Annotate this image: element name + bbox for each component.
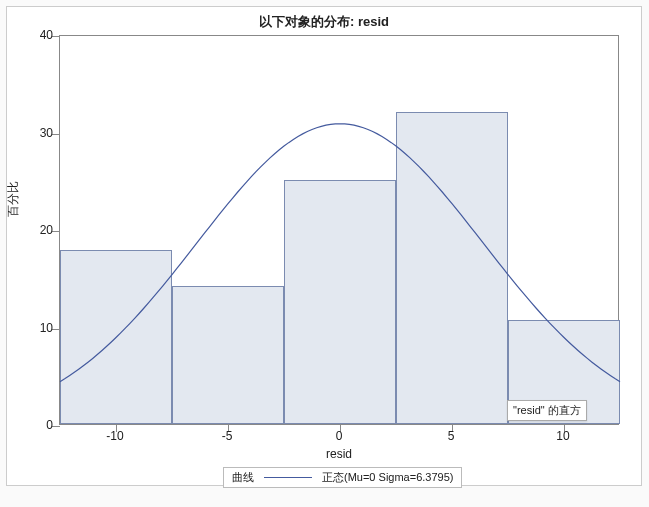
y-tick <box>52 134 60 135</box>
y-tick <box>52 426 60 427</box>
x-tick-label: 10 <box>543 429 583 443</box>
y-tick-label: 40 <box>23 28 53 42</box>
x-axis-label: resid <box>59 447 619 461</box>
y-tick-label: 20 <box>23 223 53 237</box>
normal-curve <box>60 36 620 426</box>
page-background: 以下对象的分布: resid resid 010203040-10-50510 … <box>0 0 649 507</box>
legend-normal-label: 正态(Mu=0 Sigma=6.3795) <box>322 470 453 485</box>
x-tick-label: 5 <box>431 429 471 443</box>
tooltip-text: "resid" 的直方 <box>513 404 581 416</box>
chart-frame: 以下对象的分布: resid resid 010203040-10-50510 … <box>6 6 642 486</box>
legend: 曲线 正态(Mu=0 Sigma=6.3795) <box>223 467 462 488</box>
plot-wrap: resid 010203040-10-50510 <box>59 35 619 425</box>
x-tick-label: -10 <box>95 429 135 443</box>
y-tick-label: 0 <box>23 418 53 432</box>
chart-title: 以下对象的分布: resid <box>7 7 641 31</box>
legend-line-sample <box>264 477 312 478</box>
y-tick-label: 10 <box>23 321 53 335</box>
y-axis-label: 百分比 <box>5 181 22 217</box>
y-tick <box>52 36 60 37</box>
y-tick-label: 30 <box>23 126 53 140</box>
x-tick-label: -5 <box>207 429 247 443</box>
legend-curve-label: 曲线 <box>232 470 254 485</box>
y-tick <box>52 329 60 330</box>
tooltip: "resid" 的直方 <box>507 400 587 421</box>
y-tick <box>52 231 60 232</box>
plot-area <box>59 35 619 425</box>
x-tick-label: 0 <box>319 429 359 443</box>
